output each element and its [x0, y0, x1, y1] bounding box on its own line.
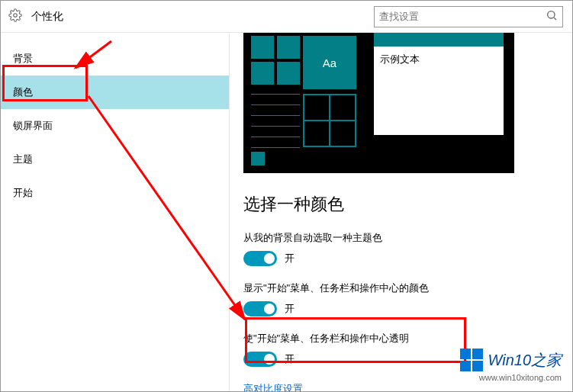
setting-label-transparency: 使"开始"菜单、任务栏和操作中心透明	[243, 332, 559, 345]
toggle-state: 开	[285, 352, 295, 366]
toggle-state: 开	[285, 252, 295, 265]
section-heading: 选择一种颜色	[243, 193, 559, 216]
preview-tile	[251, 36, 274, 59]
preview-tile	[277, 62, 300, 85]
sidebar-item-label: 颜色	[13, 85, 33, 99]
watermark-brand: Win10之家	[488, 350, 562, 371]
windows-logo-icon	[460, 349, 483, 371]
toggle-auto-color[interactable]	[243, 251, 277, 266]
preview-tile	[277, 36, 300, 59]
search-icon[interactable]	[546, 9, 558, 24]
content: Aa 示例文本 选择一种颜色 从我的背景自动选取一种主题色 开 显示"开始"菜单…	[230, 33, 572, 391]
sidebar-item-label: 背景	[13, 52, 33, 66]
watermark: Win10之家 www.win10xitong.com	[460, 349, 562, 382]
svg-point-1	[548, 11, 555, 18]
preview-tile-large: Aa	[303, 36, 356, 89]
search-box[interactable]	[374, 6, 563, 27]
search-input[interactable]	[379, 11, 546, 22]
toggle-transparency[interactable]	[243, 352, 277, 367]
sidebar: 背景 颜色 锁屏界面 主题 开始	[1, 33, 230, 391]
sidebar-item-label: 开始	[13, 186, 33, 200]
preview-window: 示例文本	[374, 33, 504, 135]
body: 背景 颜色 锁屏界面 主题 开始 Aa	[1, 33, 572, 391]
sidebar-item-themes[interactable]: 主题	[1, 143, 229, 176]
preview-window-body: 示例文本	[374, 47, 504, 72]
header: 个性化	[1, 1, 572, 33]
sidebar-item-label: 锁屏界面	[13, 119, 53, 133]
sidebar-item-lockscreen[interactable]: 锁屏界面	[1, 109, 229, 143]
sidebar-item-start[interactable]: 开始	[1, 176, 229, 210]
preview-grid	[303, 94, 356, 147]
preview-tile	[251, 62, 274, 85]
sidebar-item-background[interactable]: 背景	[1, 42, 229, 76]
sidebar-item-label: 主题	[13, 153, 33, 166]
toggle-show-color[interactable]	[243, 301, 277, 316]
preview-window-titlebar	[374, 33, 504, 47]
watermark-url: www.win10xitong.com	[460, 373, 562, 382]
preview-tile-text: Aa	[323, 56, 336, 69]
sidebar-item-colors[interactable]: 颜色	[1, 76, 229, 109]
setting-label-auto-color: 从我的背景自动选取一种主题色	[243, 231, 559, 245]
page-title: 个性化	[31, 10, 374, 24]
preview-list	[251, 94, 300, 147]
setting-label-show-color: 显示"开始"菜单、任务栏和操作中心的颜色	[243, 281, 559, 295]
color-preview: Aa 示例文本	[243, 33, 514, 173]
toggle-state: 开	[285, 302, 295, 316]
svg-point-0	[14, 14, 18, 18]
svg-line-2	[554, 18, 556, 20]
high-contrast-link[interactable]: 高对比度设置	[243, 382, 559, 391]
gear-icon	[8, 8, 31, 24]
preview-start-button	[251, 152, 265, 165]
